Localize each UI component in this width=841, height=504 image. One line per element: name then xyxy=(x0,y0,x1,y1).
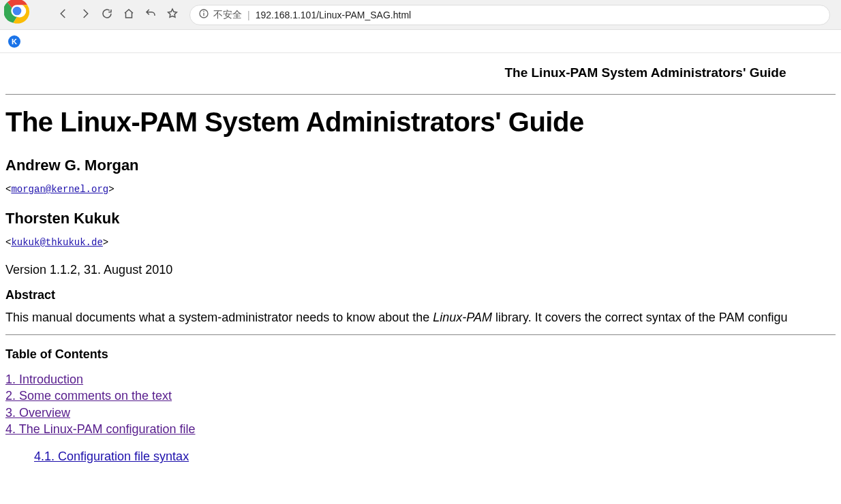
abstract-pre: This manual documents what a system-admi… xyxy=(5,311,433,324)
back-icon[interactable] xyxy=(57,7,70,22)
toc-heading: Table of Contents xyxy=(5,347,836,362)
toc-link-config-file[interactable]: 4. The Linux-PAM configuration file xyxy=(5,421,195,437)
undo-icon[interactable] xyxy=(144,7,157,22)
abstract-text: This manual documents what a system-admi… xyxy=(5,311,836,325)
toc-link-comments[interactable]: 2. Some comments on the text xyxy=(5,388,172,404)
toc-link-overview[interactable]: 3. Overview xyxy=(5,405,70,421)
author-2: Thorsten Kukuk xyxy=(5,210,836,227)
bookmark-star-icon[interactable] xyxy=(166,7,179,22)
insecure-label: 不安全 xyxy=(213,9,242,21)
nav-icon-group xyxy=(57,7,179,22)
document-title: The Linux-PAM System Administrators' Gui… xyxy=(5,107,836,138)
author-2-email-link[interactable]: kukuk@thkukuk.de xyxy=(11,237,102,248)
url-text: 192.168.1.101/Linux-PAM_SAG.html xyxy=(256,10,412,20)
version-line: Version 1.1.2, 31. August 2010 xyxy=(5,263,836,277)
home-icon[interactable] xyxy=(123,7,135,22)
page-header-title: The Linux-PAM System Administrators' Gui… xyxy=(455,65,836,80)
author-1: Andrew G. Morgan xyxy=(5,157,836,174)
forward-icon[interactable] xyxy=(79,7,91,22)
author-1-email-line: <morgan@kernel.org> xyxy=(5,184,836,195)
site-info-icon[interactable] xyxy=(198,8,209,21)
abstract-post: library. It covers the correct syntax of… xyxy=(492,311,788,324)
reload-icon[interactable] xyxy=(101,7,113,22)
address-bar[interactable]: 不安全 | 192.168.1.101/Linux-PAM_SAG.html xyxy=(189,5,830,25)
address-separator: | xyxy=(247,10,250,20)
chrome-logo-icon xyxy=(4,0,30,24)
author-1-email-link[interactable]: morgan@kernel.org xyxy=(11,184,108,195)
browser-toolbar: 不安全 | 192.168.1.101/Linux-PAM_SAG.html xyxy=(0,0,841,30)
abstract-em: Linux-PAM xyxy=(433,311,492,324)
svg-point-6 xyxy=(203,11,204,12)
toc-link-introduction[interactable]: 1. Introduction xyxy=(5,371,83,388)
page-content: The Linux-PAM System Administrators' Gui… xyxy=(0,53,841,464)
table-of-contents: 1. Introduction 2. Some comments on the … xyxy=(5,371,836,464)
bookmarks-bar: K xyxy=(0,30,841,53)
divider xyxy=(5,334,836,335)
author-2-email-line: <kukuk@thkukuk.de> xyxy=(5,237,836,248)
abstract-heading: Abstract xyxy=(5,288,836,302)
toc-link-config-syntax[interactable]: 4.1. Configuration file syntax xyxy=(34,448,189,464)
extension-k-icon[interactable]: K xyxy=(8,35,20,48)
divider xyxy=(5,94,836,95)
